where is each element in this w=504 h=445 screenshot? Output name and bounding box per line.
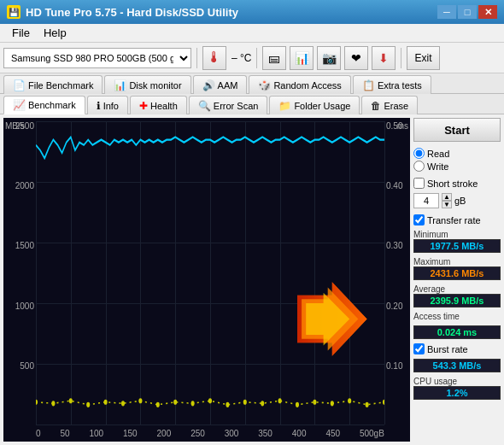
close-button[interactable]: ✕ bbox=[478, 5, 497, 19]
titlebar: 💾 HD Tune Pro 5.75 - Hard Disk/SSD Utili… bbox=[0, 0, 504, 24]
info-icon: ℹ bbox=[97, 100, 101, 112]
cpu-usage-value: 1.2% bbox=[413, 386, 501, 400]
drive-selector[interactable]: Samsung SSD 980 PRO 500GB (500 gB) bbox=[3, 48, 191, 68]
svg-point-6 bbox=[138, 398, 142, 403]
window-title: HD Tune Pro 5.75 - Hard Disk/SSD Utility bbox=[26, 6, 437, 19]
access-time-value: 0.024 ms bbox=[413, 325, 501, 339]
svg-point-12 bbox=[243, 400, 247, 405]
toolbar: Samsung SSD 980 PRO 500GB (500 gB) 🌡 – °… bbox=[0, 43, 504, 73]
app-icon: 💾 bbox=[7, 5, 21, 19]
burst-rate-label: Burst rate bbox=[427, 344, 468, 354]
short-stroke-down[interactable]: ▼ bbox=[442, 201, 452, 208]
tab-file-benchmark[interactable]: 📄 File Benchmark bbox=[3, 75, 103, 94]
temperature-icon-btn[interactable]: 🌡 bbox=[202, 46, 226, 70]
x-axis: 0 50 100 150 200 250 300 350 400 450 500… bbox=[36, 425, 384, 442]
short-stroke-label: Short stroke bbox=[427, 179, 478, 189]
maximize-button[interactable]: □ bbox=[458, 5, 477, 19]
svg-point-0 bbox=[36, 400, 38, 405]
short-stroke-up[interactable]: ▲ bbox=[442, 193, 452, 201]
burst-rate-checkbox-row[interactable]: Burst rate bbox=[413, 343, 501, 354]
transfer-rate-row[interactable]: Transfer rate bbox=[413, 214, 501, 225]
arrow-graphic bbox=[297, 282, 367, 355]
write-label: Write bbox=[427, 161, 448, 172]
svg-point-3 bbox=[86, 402, 90, 407]
transfer-rate-checkbox[interactable] bbox=[413, 214, 425, 225]
right-panel: Start Read Write Short stroke ▲ ▼ gB bbox=[410, 114, 504, 445]
chart-svg bbox=[36, 121, 384, 425]
cpu-usage-label: CPU usage bbox=[413, 377, 501, 386]
burst-rate-checkbox[interactable] bbox=[413, 343, 425, 354]
short-stroke-row[interactable]: Short stroke bbox=[413, 178, 501, 189]
camera-icon-btn[interactable]: 📷 bbox=[317, 46, 341, 70]
minimize-button[interactable]: ─ bbox=[437, 5, 456, 19]
tab-row-2: 📈 Benchmark ℹ Info ✚ Health 🔍 Error Scan… bbox=[0, 94, 504, 114]
erase-icon: 🗑 bbox=[371, 100, 381, 112]
benchmark-chart: MB/s ms 2500 2000 1500 1000 500 0.50 0.4… bbox=[3, 118, 410, 442]
tab-disk-monitor[interactable]: 📊 Disk monitor bbox=[104, 75, 190, 94]
exit-button[interactable]: Exit bbox=[407, 46, 439, 70]
tab-folder-usage[interactable]: 📁 Folder Usage bbox=[269, 96, 360, 114]
short-stroke-input[interactable] bbox=[413, 193, 439, 208]
hdd-icon-btn[interactable]: 🖴 bbox=[262, 46, 286, 70]
write-option[interactable]: Write bbox=[413, 161, 501, 172]
access-time-checkbox-row[interactable]: Access time bbox=[413, 312, 501, 321]
svg-point-8 bbox=[173, 400, 177, 405]
write-radio[interactable] bbox=[413, 161, 425, 172]
svg-point-11 bbox=[226, 402, 229, 407]
extra-tests-icon: 📋 bbox=[362, 79, 375, 91]
y-axis-right: 0.50 0.40 0.30 0.20 0.10 bbox=[384, 118, 410, 425]
svg-point-2 bbox=[69, 398, 73, 403]
average-value: 2395.9 MB/s bbox=[413, 294, 501, 307]
burst-rate-value: 543.3 MB/s bbox=[413, 359, 501, 372]
chart-inner bbox=[36, 121, 384, 425]
cpu-usage-stat: CPU usage 1.2% bbox=[413, 377, 501, 400]
maximum-label: Maximum bbox=[413, 257, 501, 266]
folder-usage-icon: 📁 bbox=[278, 100, 291, 112]
svg-point-20 bbox=[383, 400, 384, 405]
short-stroke-unit: gB bbox=[454, 196, 466, 206]
svg-point-10 bbox=[208, 398, 212, 403]
window-controls: ─ □ ✕ bbox=[437, 5, 497, 19]
tab-benchmark[interactable]: 📈 Benchmark bbox=[3, 96, 85, 114]
svg-point-19 bbox=[366, 402, 369, 407]
temperature-display: – °C bbox=[231, 52, 251, 64]
tab-error-scan[interactable]: 🔍 Error Scan bbox=[189, 96, 268, 114]
access-time-label: Access time bbox=[413, 312, 460, 321]
y-axis-left: 2500 2000 1500 1000 500 bbox=[3, 118, 36, 425]
short-stroke-checkbox[interactable] bbox=[413, 178, 425, 189]
menu-file[interactable]: File bbox=[5, 25, 37, 41]
disk-monitor-icon: 📊 bbox=[114, 79, 126, 91]
minimum-value: 1977.5 MB/s bbox=[413, 239, 501, 253]
read-option[interactable]: Read bbox=[413, 148, 501, 159]
file-benchmark-icon: 📄 bbox=[13, 79, 26, 91]
health-icon-btn[interactable]: ❤ bbox=[344, 46, 368, 70]
maximum-stat: Maximum 2431.6 MB/s bbox=[413, 257, 501, 280]
tab-erase[interactable]: 🗑 Erase bbox=[361, 96, 418, 114]
start-button[interactable]: Start bbox=[413, 118, 501, 142]
svg-point-15 bbox=[296, 402, 299, 407]
tab-extra-tests[interactable]: 📋 Extra tests bbox=[353, 75, 431, 94]
maximum-value: 2431.6 MB/s bbox=[413, 266, 501, 280]
tab-row-1: 📄 File Benchmark 📊 Disk monitor 🔊 AAM 🎲 … bbox=[0, 73, 504, 94]
minimum-label: Minimum bbox=[413, 230, 501, 239]
tab-random-access[interactable]: 🎲 Random Access bbox=[249, 75, 350, 94]
toolbar-separator-3 bbox=[401, 48, 401, 68]
svg-point-18 bbox=[348, 398, 351, 403]
tab-info[interactable]: ℹ Info bbox=[87, 96, 128, 114]
tab-aam[interactable]: 🔊 AAM bbox=[193, 75, 248, 94]
menu-help[interactable]: Help bbox=[37, 25, 73, 41]
svg-point-17 bbox=[331, 401, 334, 406]
read-radio[interactable] bbox=[413, 148, 425, 159]
health-tab-icon: ✚ bbox=[139, 100, 148, 112]
chart-icon-btn[interactable]: 📊 bbox=[290, 46, 314, 70]
average-stat: Average 2395.9 MB/s bbox=[413, 284, 501, 307]
tab-health[interactable]: ✚ Health bbox=[130, 96, 187, 114]
grid-line-v-10 bbox=[384, 121, 385, 425]
menubar: File Help bbox=[0, 24, 504, 43]
download-icon-btn[interactable]: ⬇ bbox=[372, 46, 396, 70]
main-content: MB/s ms 2500 2000 1500 1000 500 0.50 0.4… bbox=[0, 114, 504, 445]
short-stroke-input-row: ▲ ▼ gB bbox=[413, 193, 501, 208]
svg-point-7 bbox=[156, 402, 160, 407]
svg-point-5 bbox=[121, 401, 125, 406]
svg-point-16 bbox=[313, 400, 316, 405]
